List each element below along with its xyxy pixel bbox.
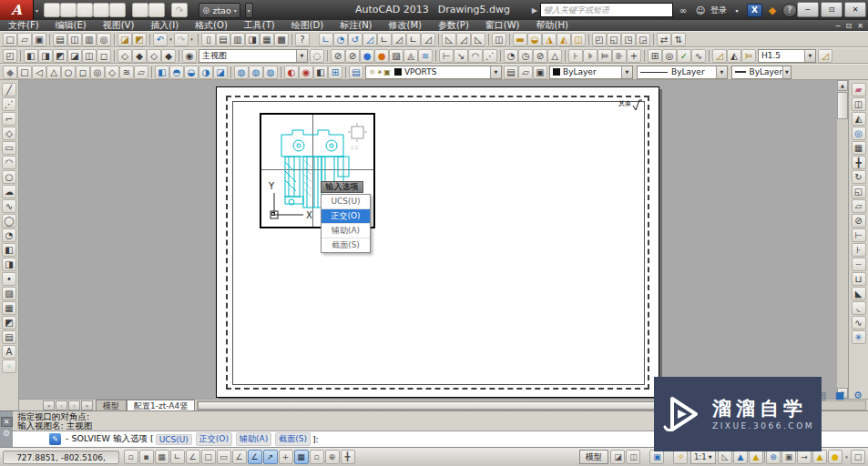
exchange-apps-icon[interactable]: X [747,4,762,17]
toolbar-icon[interactable] [49,34,50,46]
drawing-canvas[interactable]: 其余 [19,80,836,399]
break-at-point-icon[interactable]: ⊦ [852,243,866,257]
toolbar-icon[interactable] [179,50,179,62]
print-icon[interactable]: ▤ [132,3,148,17]
blend-curves-icon[interactable]: ∿ [852,316,866,329]
annotation-update-icon[interactable]: ▲ [749,450,763,464]
imprint-icon[interactable]: ◍ [234,66,249,79]
scroll-up-icon[interactable]: ▲ [837,80,848,91]
layer-states-icon[interactable]: ▱ [518,66,533,79]
ortho-toggle[interactable]: ∟ [170,450,185,464]
polyline-icon[interactable]: ⌐ [2,112,16,126]
batch-standards-icon[interactable]: ◩ [132,33,147,46]
visualstyle-conceptual-icon[interactable]: ● [374,49,389,63]
redo-icon[interactable]: ↷ [171,3,188,17]
grid-toggle[interactable]: ▦ [155,450,169,464]
region-icon[interactable]: ◩ [2,316,16,329]
view-left-icon[interactable]: ◩ [53,49,67,63]
dim-arclength-icon[interactable]: ◠ [468,49,483,63]
status-icon[interactable] [665,450,672,464]
menu-item[interactable]: 工具(T) [236,19,283,32]
toolbar-icon[interactable] [435,50,436,62]
command-option-chip[interactable]: UCS(U) [156,434,192,445]
undo-icon[interactable]: ↶ [148,3,165,17]
toolbar-icon[interactable] [151,66,152,78]
thicken-icon[interactable]: ◧ [313,66,328,79]
autodesk360-icon[interactable]: ◆ [765,4,780,17]
view-bottom-icon[interactable]: ◨ [38,49,53,63]
scale-icon[interactable]: ◱ [852,185,866,198]
command-close-icon[interactable]: ✕ [1,417,13,427]
signin-button[interactable]: 登录 [710,4,727,17]
match-properties-icon[interactable]: ◪ [117,33,132,46]
polysolid-icon[interactable]: ◆ [3,66,17,79]
new-icon[interactable]: □ [44,3,60,17]
view-right-icon[interactable]: ◪ [67,49,82,63]
dim-quickdim-icon[interactable]: ⊦ [568,49,583,63]
move-face-icon[interactable]: ◪ [213,66,228,79]
view-se-iso-icon[interactable]: ◆ [132,49,147,63]
scrollbar-thumb[interactable] [837,92,848,119]
toolbar-icon[interactable] [310,33,319,46]
layer-previous-icon[interactable]: ▤ [504,66,518,79]
color-combo[interactable]: ByLayer ▼ [549,66,633,79]
chamfer-icon[interactable]: ◣ [852,287,866,300]
dim-style-icon[interactable]: ◫ [492,33,506,46]
isolate-objects-icon[interactable]: ▲ [812,450,827,464]
toolbar-icon[interactable] [345,66,346,78]
menu-item[interactable]: 标注(N) [332,19,380,32]
last-tab-button[interactable]: » [81,400,93,410]
dim-ordinate2-icon[interactable]: ⋰ [483,49,497,63]
dim-break2-icon[interactable]: + [627,49,641,63]
help-icon[interactable]: ? [782,4,797,17]
mirror-icon[interactable]: ◭ [852,112,866,126]
dim-linear2-icon[interactable]: ⊢ [439,49,454,63]
toolbar-icon[interactable] [438,34,439,46]
undo-icon[interactable]: ↶ [153,33,168,46]
undo-dropdown[interactable]: ▾ [165,3,171,17]
save-icon[interactable]: ▣ [77,3,93,17]
extend-icon[interactable]: ⊢ [852,228,866,242]
autocad-logo-icon[interactable]: A [0,0,34,20]
command-option-chip[interactable]: 正交(O) [196,432,232,446]
dim-inspect-icon[interactable]: ✓ [677,49,691,63]
point-icon[interactable]: • [2,272,16,286]
dim-angular-icon[interactable]: △ [547,49,562,63]
hatch-icon[interactable]: ▨ [2,287,16,300]
erase-icon[interactable]: ▰ [852,83,866,96]
dim-jogged-icon[interactable]: ↺ [348,33,363,46]
solid-slice-icon[interactable]: ◫ [571,33,586,46]
linetype-combo[interactable]: ByLayer ▼ [637,66,728,79]
snap-toggle[interactable]: ▪ [139,450,154,464]
menu-item[interactable]: 帮助(H) [528,19,577,32]
search-input[interactable] [540,3,673,17]
annotation-front-icon[interactable]: ⇄ [657,33,671,46]
dim-break-icon[interactable]: ◺ [471,33,485,46]
pyramid-icon[interactable]: ◇ [105,66,119,79]
layer-properties-icon[interactable]: ▤ [349,66,363,79]
redo-dropdown[interactable]: ▾ [189,33,195,46]
section-plane-icon[interactable]: ◉ [299,66,313,79]
tpy-toggle[interactable]: ▦ [294,450,309,464]
tray-arrow-icon[interactable]: → [797,450,812,464]
toolbar-icon[interactable] [565,50,566,62]
dim-continue2-icon[interactable]: ⊨ [597,49,612,63]
mtext-icon[interactable]: A [2,345,16,359]
toolbar-icon[interactable] [653,34,654,46]
visualstyle-2dwire-icon[interactable]: ⊘ [331,49,345,63]
array-icon[interactable]: ▦ [852,141,866,155]
add-selected-icon[interactable]: ◦ [2,360,16,373]
undo-dropdown[interactable]: ▾ [168,33,174,46]
viewport-maximize-icon[interactable]: ▣ [649,450,664,464]
toolbar-icon[interactable] [198,34,199,46]
viewport-scale-combo[interactable]: 1:1 ▼ [690,451,716,464]
print-icon[interactable]: ▤ [53,33,67,46]
named-view-combo[interactable]: 主视图 ▼ [199,49,308,63]
create-block-icon[interactable]: ◨ [2,258,16,271]
solid-revolve-icon[interactable]: ◒ [527,33,542,46]
toolbar-icon[interactable] [709,50,710,62]
render-region-icon[interactable]: ◌ [310,49,324,63]
plot-preview-icon[interactable]: ◫ [67,33,82,46]
tab-model[interactable]: 模型 [96,400,127,411]
lwt-toggle[interactable]: + [279,450,293,464]
